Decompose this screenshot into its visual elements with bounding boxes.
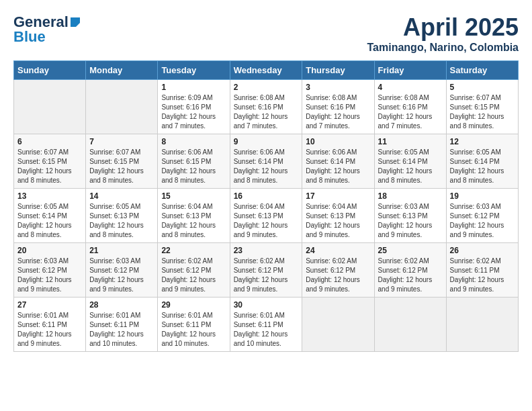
day-number: 23	[234, 246, 299, 255]
day-number: 12	[450, 137, 515, 146]
day-number: 20	[17, 246, 82, 255]
day-number: 30	[234, 300, 299, 310]
day-number: 11	[378, 137, 443, 146]
day-number: 7	[89, 137, 154, 146]
day-info: Sunrise: 6:05 AM Sunset: 6:13 PM Dayligh…	[89, 202, 154, 240]
day-info: Sunrise: 6:05 AM Sunset: 6:14 PM Dayligh…	[378, 148, 443, 185]
table-row: 24Sunrise: 6:02 AM Sunset: 6:12 PM Dayli…	[302, 243, 374, 298]
day-info: Sunrise: 6:05 AM Sunset: 6:14 PM Dayligh…	[17, 202, 82, 240]
day-number: 16	[234, 191, 299, 201]
day-info: Sunrise: 6:01 AM Sunset: 6:11 PM Dayligh…	[89, 311, 154, 349]
day-number: 6	[17, 137, 82, 146]
table-row: 14Sunrise: 6:05 AM Sunset: 6:13 PM Dayli…	[86, 189, 158, 243]
col-thursday: Thursday	[302, 61, 374, 80]
day-number: 14	[89, 191, 154, 201]
day-number: 22	[161, 246, 226, 255]
day-info: Sunrise: 6:06 AM Sunset: 6:14 PM Dayligh…	[234, 148, 299, 185]
table-row: 23Sunrise: 6:02 AM Sunset: 6:12 PM Dayli…	[230, 243, 302, 298]
table-row: 26Sunrise: 6:02 AM Sunset: 6:11 PM Dayli…	[446, 243, 518, 298]
day-number: 28	[89, 300, 154, 310]
day-info: Sunrise: 6:08 AM Sunset: 6:16 PM Dayligh…	[234, 93, 299, 131]
day-info: Sunrise: 6:07 AM Sunset: 6:15 PM Dayligh…	[450, 93, 515, 131]
day-number: 15	[161, 191, 226, 201]
location-title: Taminango, Narino, Colombia	[367, 42, 519, 54]
table-row: 19Sunrise: 6:03 AM Sunset: 6:12 PM Dayli…	[446, 189, 518, 243]
logo: General Blue	[13, 13, 82, 46]
logo-blue: Blue	[13, 28, 46, 46]
table-row: 2Sunrise: 6:08 AM Sunset: 6:16 PM Daylig…	[230, 80, 302, 134]
table-row: 27Sunrise: 6:01 AM Sunset: 6:11 PM Dayli…	[14, 298, 86, 352]
table-row	[302, 298, 374, 352]
table-row: 4Sunrise: 6:08 AM Sunset: 6:16 PM Daylig…	[374, 80, 446, 134]
day-number: 2	[234, 83, 299, 92]
table-row: 15Sunrise: 6:04 AM Sunset: 6:13 PM Dayli…	[158, 189, 230, 243]
table-row: 17Sunrise: 6:04 AM Sunset: 6:13 PM Dayli…	[302, 189, 374, 243]
day-number: 4	[378, 83, 443, 92]
day-number: 21	[89, 246, 154, 255]
day-number: 8	[161, 137, 226, 146]
calendar-table: Sunday Monday Tuesday Wednesday Thursday…	[13, 60, 519, 352]
day-info: Sunrise: 6:06 AM Sunset: 6:14 PM Dayligh…	[306, 148, 370, 185]
day-info: Sunrise: 6:01 AM Sunset: 6:11 PM Dayligh…	[17, 311, 82, 349]
day-info: Sunrise: 6:02 AM Sunset: 6:12 PM Dayligh…	[378, 257, 443, 294]
table-row: 21Sunrise: 6:03 AM Sunset: 6:12 PM Dayli…	[86, 243, 158, 298]
table-row: 29Sunrise: 6:01 AM Sunset: 6:11 PM Dayli…	[158, 298, 230, 352]
day-info: Sunrise: 6:09 AM Sunset: 6:16 PM Dayligh…	[161, 93, 226, 131]
day-info: Sunrise: 6:02 AM Sunset: 6:11 PM Dayligh…	[450, 257, 515, 294]
title-block: April 2025 Taminango, Narino, Colombia	[367, 13, 519, 54]
table-row: 13Sunrise: 6:05 AM Sunset: 6:14 PM Dayli…	[14, 189, 86, 243]
day-number: 27	[17, 300, 82, 310]
calendar-header-row: Sunday Monday Tuesday Wednesday Thursday…	[14, 61, 519, 80]
day-info: Sunrise: 6:03 AM Sunset: 6:13 PM Dayligh…	[378, 202, 443, 240]
table-row: 5Sunrise: 6:07 AM Sunset: 6:15 PM Daylig…	[446, 80, 518, 134]
month-year-title: April 2025	[367, 13, 519, 42]
calendar-week-row: 1Sunrise: 6:09 AM Sunset: 6:16 PM Daylig…	[14, 80, 519, 134]
table-row: 11Sunrise: 6:05 AM Sunset: 6:14 PM Dayli…	[374, 134, 446, 189]
page-header: General Blue April 2025 Taminango, Narin…	[13, 13, 519, 54]
table-row: 3Sunrise: 6:08 AM Sunset: 6:16 PM Daylig…	[302, 80, 374, 134]
day-info: Sunrise: 6:04 AM Sunset: 6:13 PM Dayligh…	[234, 202, 299, 240]
day-info: Sunrise: 6:07 AM Sunset: 6:15 PM Dayligh…	[89, 148, 154, 185]
calendar-week-row: 20Sunrise: 6:03 AM Sunset: 6:12 PM Dayli…	[14, 243, 519, 298]
day-number: 17	[306, 191, 370, 201]
table-row: 7Sunrise: 6:07 AM Sunset: 6:15 PM Daylig…	[86, 134, 158, 189]
table-row	[86, 80, 158, 134]
table-row: 6Sunrise: 6:07 AM Sunset: 6:15 PM Daylig…	[14, 134, 86, 189]
day-number: 10	[306, 137, 370, 146]
table-row: 12Sunrise: 6:05 AM Sunset: 6:14 PM Dayli…	[446, 134, 518, 189]
calendar-week-row: 6Sunrise: 6:07 AM Sunset: 6:15 PM Daylig…	[14, 134, 519, 189]
col-saturday: Saturday	[446, 61, 518, 80]
day-info: Sunrise: 6:01 AM Sunset: 6:11 PM Dayligh…	[234, 311, 299, 349]
day-info: Sunrise: 6:04 AM Sunset: 6:13 PM Dayligh…	[161, 202, 226, 240]
day-number: 24	[306, 246, 370, 255]
day-info: Sunrise: 6:02 AM Sunset: 6:12 PM Dayligh…	[306, 257, 370, 294]
col-monday: Monday	[86, 61, 158, 80]
day-number: 26	[450, 246, 515, 255]
day-info: Sunrise: 6:03 AM Sunset: 6:12 PM Dayligh…	[450, 202, 515, 240]
calendar-week-row: 27Sunrise: 6:01 AM Sunset: 6:11 PM Dayli…	[14, 298, 519, 352]
day-info: Sunrise: 6:08 AM Sunset: 6:16 PM Dayligh…	[306, 93, 370, 131]
col-sunday: Sunday	[14, 61, 86, 80]
day-number: 13	[17, 191, 82, 201]
day-number: 18	[378, 191, 443, 201]
day-info: Sunrise: 6:05 AM Sunset: 6:14 PM Dayligh…	[450, 148, 515, 185]
table-row	[446, 298, 518, 352]
table-row: 18Sunrise: 6:03 AM Sunset: 6:13 PM Dayli…	[374, 189, 446, 243]
day-number: 29	[161, 300, 226, 310]
table-row: 16Sunrise: 6:04 AM Sunset: 6:13 PM Dayli…	[230, 189, 302, 243]
table-row: 30Sunrise: 6:01 AM Sunset: 6:11 PM Dayli…	[230, 298, 302, 352]
table-row: 10Sunrise: 6:06 AM Sunset: 6:14 PM Dayli…	[302, 134, 374, 189]
table-row: 9Sunrise: 6:06 AM Sunset: 6:14 PM Daylig…	[230, 134, 302, 189]
day-number: 5	[450, 83, 515, 92]
col-wednesday: Wednesday	[230, 61, 302, 80]
day-info: Sunrise: 6:02 AM Sunset: 6:12 PM Dayligh…	[161, 257, 226, 294]
day-info: Sunrise: 6:01 AM Sunset: 6:11 PM Dayligh…	[161, 311, 226, 349]
table-row: 8Sunrise: 6:06 AM Sunset: 6:15 PM Daylig…	[158, 134, 230, 189]
day-number: 25	[378, 246, 443, 255]
col-friday: Friday	[374, 61, 446, 80]
day-info: Sunrise: 6:02 AM Sunset: 6:12 PM Dayligh…	[234, 257, 299, 294]
calendar-week-row: 13Sunrise: 6:05 AM Sunset: 6:14 PM Dayli…	[14, 189, 519, 243]
table-row	[374, 298, 446, 352]
logo-icon	[69, 16, 81, 28]
col-tuesday: Tuesday	[158, 61, 230, 80]
